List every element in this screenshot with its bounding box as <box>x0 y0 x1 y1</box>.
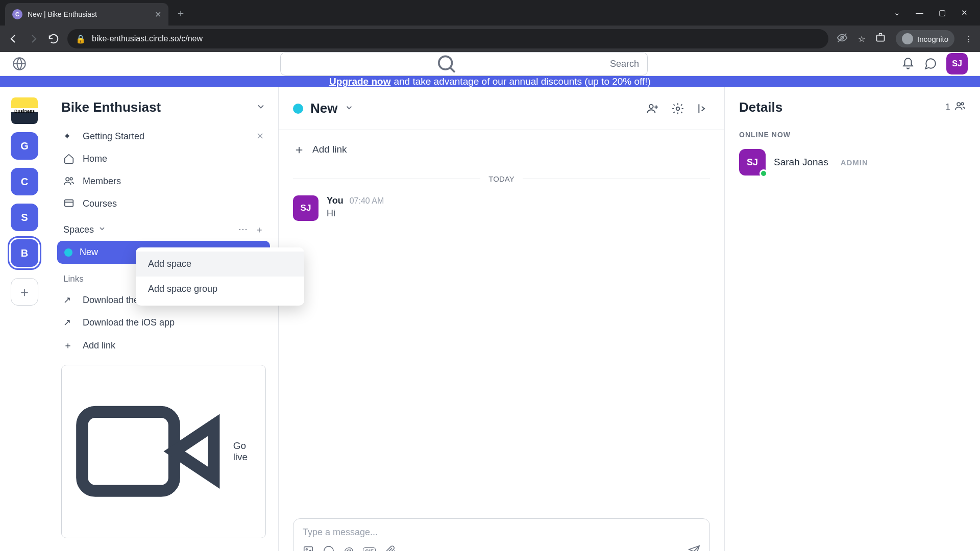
online-now-label: ONLINE NOW <box>739 131 966 139</box>
browser-menu-icon[interactable]: ⋮ <box>965 34 973 44</box>
emoji-icon[interactable] <box>323 545 334 551</box>
nav-label: Getting Started <box>83 131 144 142</box>
send-icon[interactable] <box>688 545 700 551</box>
url-bar[interactable]: 🔒 bike-enthusiast.circle.so/c/new <box>67 29 828 48</box>
video-icon <box>69 372 227 531</box>
globe-icon[interactable] <box>12 57 27 71</box>
nav-courses[interactable]: Courses <box>57 193 270 214</box>
svg-point-20 <box>957 103 960 106</box>
reload-button[interactable] <box>48 33 59 44</box>
main-layout: Business G C S B ＋ Bike Enthusiast ✦ Get… <box>0 87 980 551</box>
go-live-button[interactable]: Go live <box>61 365 266 538</box>
window-controls: ⌄ — ▢ ✕ <box>894 8 980 17</box>
spaces-add-icon[interactable]: ＋ <box>255 223 264 236</box>
member-name: Sarah Jonas <box>774 157 828 168</box>
extensions-icon[interactable] <box>875 33 886 45</box>
people-icon[interactable] <box>954 101 966 114</box>
nav-label: Home <box>83 154 107 164</box>
rail-item-g[interactable]: G <box>11 132 38 160</box>
collapse-panel-icon[interactable] <box>697 101 710 116</box>
dropdown-add-space-group[interactable]: Add space group <box>136 277 304 302</box>
browser-tab[interactable]: C New | Bike Enthusiast ✕ <box>5 3 168 26</box>
forward-button[interactable] <box>28 33 40 45</box>
dismiss-getting-started-icon[interactable]: ✕ <box>256 131 264 142</box>
nav-getting-started[interactable]: ✦ Getting Started ✕ <box>57 126 270 147</box>
svg-point-17 <box>324 546 333 551</box>
browser-nav-bar: 🔒 bike-enthusiast.circle.so/c/new ☆ Inco… <box>0 26 980 52</box>
add-space-dropdown: Add space Add space group <box>136 247 304 306</box>
gif-icon[interactable]: GIF <box>363 547 376 551</box>
minimize-icon[interactable]: — <box>916 8 923 17</box>
spaces-more-icon[interactable]: ⋯ <box>238 223 248 236</box>
community-name: Bike Enthusiast <box>61 99 161 115</box>
svg-point-21 <box>961 103 964 105</box>
svg-point-16 <box>306 548 307 550</box>
sidebar: Bike Enthusiast ✦ Getting Started ✕ Home… <box>49 87 279 551</box>
rail-item-c[interactable]: C <box>11 168 38 195</box>
maximize-icon[interactable]: ▢ <box>939 8 946 17</box>
date-divider: TODAY <box>279 169 724 188</box>
svg-line-6 <box>450 67 455 72</box>
url-text: bike-enthusiast.circle.so/c/new <box>92 34 203 43</box>
online-member[interactable]: SJ Sarah Jonas ADMIN <box>739 149 966 176</box>
link-ios[interactable]: ↗ Download the iOS app <box>57 312 270 333</box>
message-avatar[interactable]: SJ <box>293 195 318 221</box>
svg-point-8 <box>70 178 72 180</box>
svg-rect-3 <box>879 34 882 35</box>
search-input[interactable]: Search <box>280 52 648 76</box>
svg-rect-2 <box>877 35 885 41</box>
chevron-down-icon[interactable] <box>256 102 266 114</box>
bookmark-star-icon[interactable]: ☆ <box>858 34 865 44</box>
messages-icon[interactable] <box>924 57 937 70</box>
svg-rect-11 <box>82 412 175 491</box>
plus-icon: ＋ <box>293 141 305 158</box>
svg-point-12 <box>649 104 653 108</box>
member-initials: SJ <box>747 157 758 168</box>
back-button[interactable] <box>7 33 19 45</box>
space-color-dot <box>64 248 72 257</box>
rail-logo[interactable]: Business <box>11 97 38 124</box>
nav-members[interactable]: Members <box>57 170 270 192</box>
composer-input[interactable] <box>303 527 700 538</box>
add-people-icon[interactable] <box>646 101 659 116</box>
message-composer[interactable]: @ GIF <box>293 518 710 551</box>
lock-icon: 🔒 <box>76 34 86 44</box>
mention-icon[interactable]: @ <box>344 546 354 551</box>
community-header[interactable]: Bike Enthusiast <box>57 99 270 126</box>
link-add[interactable]: ＋ Add link <box>57 334 270 357</box>
message-text: Hi <box>327 208 384 219</box>
members-icon <box>63 176 75 187</box>
spaces-header[interactable]: Spaces ⋯ ＋ <box>57 214 270 241</box>
spaces-label: Spaces <box>63 224 94 235</box>
svg-point-13 <box>676 107 680 110</box>
app-root: Search SJ Upgrade now and take advantage… <box>0 52 980 551</box>
sidebar-nav: ✦ Getting Started ✕ Home Members Courses <box>57 126 270 214</box>
tabs-dropdown-icon[interactable]: ⌄ <box>894 8 900 17</box>
dropdown-add-space[interactable]: Add space <box>136 252 304 277</box>
svg-rect-15 <box>304 546 313 551</box>
close-window-icon[interactable]: ✕ <box>961 8 968 17</box>
external-link-icon: ↗ <box>63 294 75 306</box>
tab-close-icon[interactable]: ✕ <box>155 10 161 19</box>
upgrade-link[interactable]: Upgrade now <box>329 76 390 87</box>
gear-icon[interactable] <box>671 101 684 116</box>
rail-add-button[interactable]: ＋ <box>11 278 38 306</box>
rail-item-s[interactable]: S <box>11 204 38 231</box>
user-avatar[interactable]: SJ <box>946 53 968 74</box>
image-icon[interactable] <box>303 545 314 551</box>
add-link-button[interactable]: ＋ Add link <box>279 130 724 169</box>
eye-blocked-icon[interactable] <box>837 32 848 45</box>
nav-home[interactable]: Home <box>57 148 270 169</box>
attachment-icon[interactable] <box>385 545 396 551</box>
upgrade-banner: Upgrade now and take advantage of our an… <box>0 76 980 87</box>
space-title: New <box>310 101 337 116</box>
incognito-badge[interactable]: Incognito <box>896 30 954 47</box>
browser-tab-strip: C New | Bike Enthusiast ✕ ＋ ⌄ — ▢ ✕ <box>0 0 980 26</box>
chevron-down-icon[interactable] <box>345 103 354 114</box>
notifications-icon[interactable] <box>901 57 915 70</box>
incognito-label: Incognito <box>917 35 948 43</box>
new-tab-button[interactable]: ＋ <box>176 6 186 20</box>
courses-icon <box>63 198 75 209</box>
rail-item-b[interactable]: B <box>11 239 38 267</box>
nav-label: Members <box>83 176 121 187</box>
